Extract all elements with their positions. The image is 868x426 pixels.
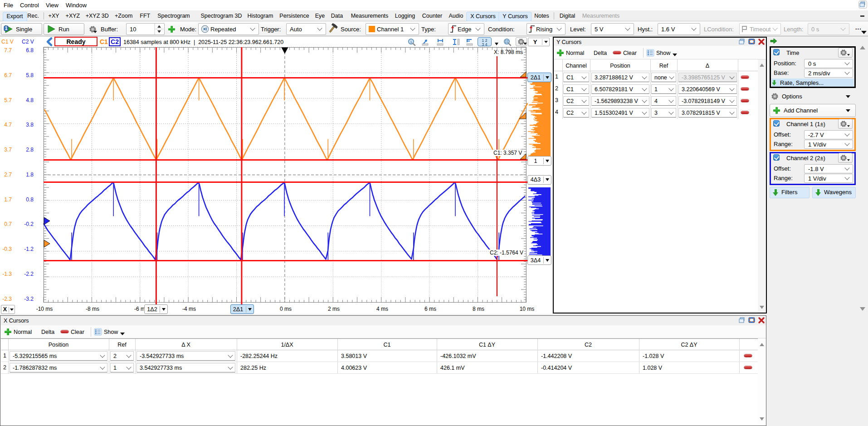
svg-text:1: 1 [5,26,8,31]
svg-text:1: 1 [410,40,412,44]
